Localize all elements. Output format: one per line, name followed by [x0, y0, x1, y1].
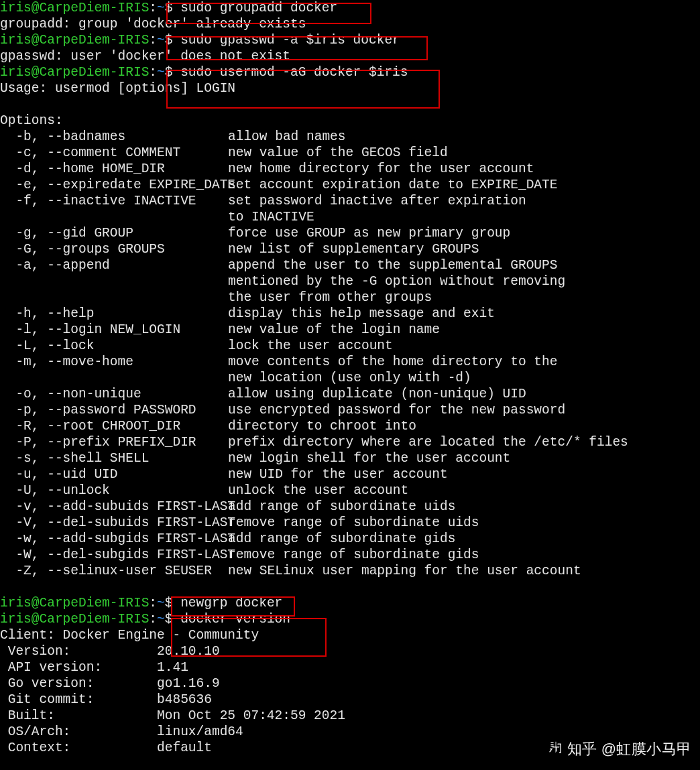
- terminal-line: API version: 1.41: [0, 659, 700, 676]
- cmd-docker-version[interactable]: docker version: [180, 612, 290, 627]
- terminal-line: -g, --gid GROUPforce use GROUP as new pr…: [0, 225, 700, 241]
- option-flag: -c, --comment COMMENT: [0, 145, 228, 161]
- terminal-line: -u, --uid UIDnew UID for the user accoun…: [0, 466, 700, 483]
- option-desc: remove range of subordinate gids: [228, 548, 479, 562]
- terminal-line: Context: default: [0, 740, 700, 756]
- terminal-line: Git commit: b485636: [0, 692, 700, 708]
- option-flag: -w, --add-subgids FIRST-LAST: [0, 531, 228, 547]
- option-desc: mentioned by the -G option without remov…: [228, 274, 565, 289]
- prompt-dollar: $: [165, 596, 180, 611]
- terminal-line: to INACTIVE: [0, 209, 700, 225]
- option-desc: lock the user account: [228, 338, 393, 353]
- terminal-line: Usage: usermod [options] LOGIN: [0, 80, 700, 97]
- output-text: groupadd: group 'docker' already exists: [0, 17, 306, 31]
- option-flag: -L, --lock: [0, 338, 228, 354]
- option-desc: set account expiration date to EXPIRE_DA…: [228, 178, 557, 192]
- prompt-user-host: iris@CarpeDiem-IRIS: [0, 612, 149, 627]
- option-desc: to INACTIVE: [228, 210, 314, 224]
- terminal-line: -R, --root CHROOT_DIRdirectory to chroot…: [0, 418, 700, 434]
- terminal-line: -U, --unlockunlock the user account: [0, 483, 700, 499]
- option-desc: prefix directory where are located the /…: [228, 435, 628, 450]
- prompt-cwd: ~: [157, 65, 165, 80]
- option-desc: set password inactive after expiration: [228, 194, 526, 208]
- terminal-line: -s, --shell SHELLnew login shell for the…: [0, 450, 700, 466]
- terminal-line: the user from other groups: [0, 290, 700, 306]
- option-desc: append the user to the supplemental GROU…: [228, 258, 557, 273]
- docker-info-value: 1.41: [157, 660, 188, 675]
- prompt-line: iris@CarpeDiem-IRIS:~$ sudo usermod -aG …: [0, 64, 700, 80]
- terminal-line: -G, --groups GROUPSnew list of supplemen…: [0, 241, 700, 257]
- option-flag: -P, --prefix PREFIX_DIR: [0, 434, 228, 450]
- option-desc: new list of supplementary GROUPS: [228, 242, 479, 257]
- docker-info-key: Go version:: [0, 676, 157, 691]
- cmd-usermod[interactable]: sudo usermod -aG docker $iris: [180, 65, 408, 80]
- prompt-sep: :: [149, 33, 157, 48]
- cmd-newgrp[interactable]: newgrp docker: [180, 596, 282, 611]
- option-flag: -a, --append: [0, 257, 228, 273]
- terminal-line: Options:: [0, 113, 700, 129]
- terminal-line: Version: 20.10.10: [0, 643, 700, 659]
- prompt-dollar: $: [165, 65, 180, 80]
- option-flag: -R, --root CHROOT_DIR: [0, 418, 228, 434]
- prompt-cwd: ~: [157, 1, 165, 15]
- cmd-gpasswd[interactable]: sudo gpasswd -a $iris docker: [180, 33, 400, 48]
- terminal-line: -P, --prefix PREFIX_DIRprefix directory …: [0, 434, 700, 450]
- prompt-sep: :: [149, 65, 157, 80]
- terminal-line: mentioned by the -G option without remov…: [0, 273, 700, 290]
- docker-info-value: Mon Oct 25 07:42:59 2021: [157, 708, 345, 723]
- terminal-line: OS/Arch: linux/amd64: [0, 724, 700, 740]
- option-desc: new value of the login name: [228, 322, 440, 337]
- terminal-line: -m, --move-homemove contents of the home…: [0, 354, 700, 370]
- option-flag: -f, --inactive INACTIVE: [0, 193, 228, 209]
- terminal-line: -w, --add-subgids FIRST-LASTadd range of…: [0, 531, 700, 547]
- option-flag: -h, --help: [0, 306, 228, 322]
- option-desc: new home directory for the user account: [228, 162, 534, 176]
- terminal-line: groupadd: group 'docker' already exists: [0, 16, 700, 32]
- docker-info-value: 20.10.10: [157, 644, 220, 659]
- prompt-sep: :: [149, 596, 157, 611]
- cmd-groupadd[interactable]: sudo groupadd docker: [180, 1, 337, 15]
- option-desc: allow using duplicate (non-unique) UID: [228, 387, 526, 401]
- prompt-line: iris@CarpeDiem-IRIS:~$ newgrp docker: [0, 595, 700, 611]
- option-desc: remove range of subordinate uids: [228, 515, 479, 530]
- docker-info-value: b485636: [157, 692, 212, 707]
- terminal-line: -h, --helpdisplay this help message and …: [0, 306, 700, 322]
- docker-info-key: Git commit:: [0, 692, 157, 707]
- prompt-dollar: $: [165, 1, 180, 15]
- prompt-line: iris@CarpeDiem-IRIS:~$ sudo groupadd doc…: [0, 0, 700, 16]
- prompt-cwd: ~: [157, 612, 165, 627]
- output-text: Usage: usermod [options] LOGIN: [0, 81, 235, 96]
- docker-info-value: default: [157, 741, 212, 755]
- docker-info-key: OS/Arch:: [0, 724, 157, 739]
- option-desc: allow bad names: [228, 129, 346, 144]
- option-flag: -v, --add-subuids FIRST-LAST: [0, 499, 228, 515]
- terminal-line: -p, --password PASSWORDuse encrypted pas…: [0, 402, 700, 418]
- option-flag: -o, --non-unique: [0, 386, 228, 402]
- terminal-line: -c, --comment COMMENTnew value of the GE…: [0, 145, 700, 161]
- option-desc: display this help message and exit: [228, 306, 495, 321]
- terminal-line: -o, --non-uniqueallow using duplicate (n…: [0, 386, 700, 402]
- prompt-cwd: ~: [157, 33, 165, 48]
- option-desc: add range of subordinate uids: [228, 499, 455, 514]
- prompt-user-host: iris@CarpeDiem-IRIS: [0, 33, 149, 48]
- option-flag: -b, --badnames: [0, 129, 228, 145]
- terminal-line: -L, --locklock the user account: [0, 338, 700, 354]
- option-flag: -Z, --selinux-user SEUSER: [0, 563, 228, 579]
- option-desc: unlock the user account: [228, 483, 408, 498]
- option-flag: -u, --uid UID: [0, 466, 228, 483]
- option-desc: force use GROUP as new primary group: [228, 226, 510, 241]
- terminal-line: [0, 579, 700, 595]
- option-flag: -d, --home HOME_DIR: [0, 161, 228, 177]
- terminal-output: iris@CarpeDiem-IRIS:~$ sudo groupadd doc…: [0, 0, 700, 756]
- prompt-user-host: iris@CarpeDiem-IRIS: [0, 1, 149, 15]
- option-flag: -G, --groups GROUPS: [0, 241, 228, 257]
- prompt-dollar: $: [165, 33, 180, 48]
- docker-info-key: Built:: [0, 708, 157, 723]
- terminal-line: Client: Docker Engine - Community: [0, 627, 700, 643]
- docker-client-header: Client: Docker Engine - Community: [0, 628, 259, 643]
- prompt-user-host: iris@CarpeDiem-IRIS: [0, 65, 149, 80]
- option-desc: new value of the GECOS field: [228, 145, 448, 160]
- terminal-line: -Z, --selinux-user SEUSERnew SELinux use…: [0, 563, 700, 579]
- terminal-line: new location (use only with -d): [0, 370, 700, 386]
- option-desc: new SELinux user mapping for the user ac…: [228, 564, 581, 578]
